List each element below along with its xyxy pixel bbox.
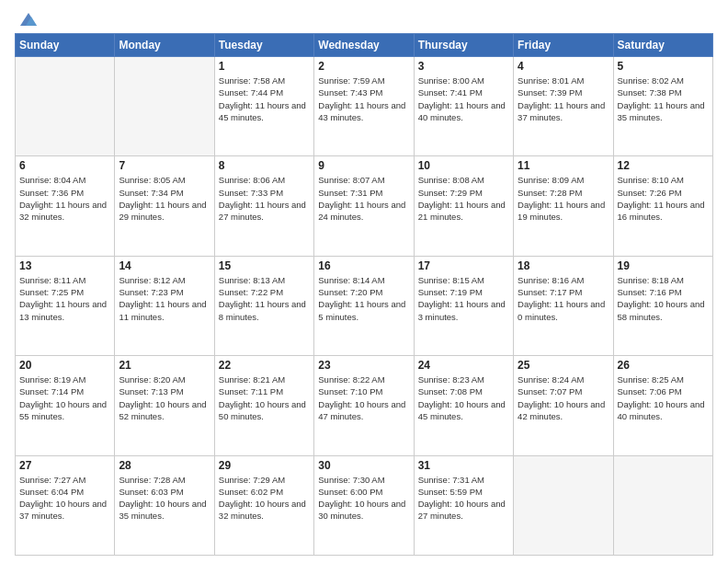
- day-number: 29: [219, 459, 310, 472]
- day-number: 1: [219, 60, 310, 73]
- day-number: 27: [19, 459, 110, 472]
- calendar-cell: 27Sunrise: 7:27 AMSunset: 6:04 PMDayligh…: [16, 455, 115, 555]
- logo-icon: [17, 9, 40, 29]
- day-number: 19: [618, 259, 709, 272]
- page: SundayMondayTuesdayWednesdayThursdayFrid…: [0, 0, 728, 563]
- calendar-cell: 19Sunrise: 8:18 AMSunset: 7:16 PMDayligh…: [613, 256, 712, 355]
- day-number: 28: [119, 459, 210, 472]
- calendar-cell: 6Sunrise: 8:04 AMSunset: 7:36 PMDaylight…: [16, 156, 115, 256]
- week-row: 1Sunrise: 7:58 AMSunset: 7:44 PMDaylight…: [16, 57, 713, 156]
- day-info: Sunrise: 8:13 AMSunset: 7:22 PMDaylight:…: [219, 274, 310, 323]
- day-info: Sunrise: 8:24 AMSunset: 7:07 PMDaylight:…: [518, 373, 609, 422]
- calendar-cell: 21Sunrise: 8:20 AMSunset: 7:13 PMDayligh…: [115, 356, 214, 455]
- day-info: Sunrise: 8:04 AMSunset: 7:36 PMDaylight:…: [19, 174, 110, 223]
- day-number: 10: [418, 159, 509, 172]
- day-info: Sunrise: 7:30 AMSunset: 6:00 PMDaylight:…: [318, 474, 409, 523]
- day-info: Sunrise: 7:29 AMSunset: 6:02 PMDaylight:…: [219, 474, 310, 523]
- day-number: 13: [19, 259, 110, 272]
- calendar-cell: 31Sunrise: 7:31 AMSunset: 5:59 PMDayligh…: [414, 455, 513, 555]
- day-info: Sunrise: 8:19 AMSunset: 7:14 PMDaylight:…: [19, 373, 110, 422]
- day-number: 5: [618, 60, 709, 73]
- day-number: 11: [518, 159, 609, 172]
- day-info: Sunrise: 8:20 AMSunset: 7:13 PMDaylight:…: [119, 373, 210, 422]
- day-number: 3: [418, 60, 509, 73]
- day-number: 14: [119, 259, 210, 272]
- day-info: Sunrise: 8:05 AMSunset: 7:34 PMDaylight:…: [119, 174, 210, 223]
- calendar-cell: 12Sunrise: 8:10 AMSunset: 7:26 PMDayligh…: [613, 156, 712, 256]
- calendar-cell: 16Sunrise: 8:14 AMSunset: 7:20 PMDayligh…: [314, 256, 414, 355]
- header: [15, 11, 713, 26]
- calendar-cell: 15Sunrise: 8:13 AMSunset: 7:22 PMDayligh…: [214, 256, 313, 355]
- calendar-cell: 23Sunrise: 8:22 AMSunset: 7:10 PMDayligh…: [314, 356, 414, 455]
- calendar-cell: 9Sunrise: 8:07 AMSunset: 7:31 PMDaylight…: [314, 156, 414, 256]
- calendar-cell: 14Sunrise: 8:12 AMSunset: 7:23 PMDayligh…: [115, 256, 214, 355]
- day-number: 9: [318, 159, 409, 172]
- calendar-cell: 1Sunrise: 7:58 AMSunset: 7:44 PMDaylight…: [214, 57, 313, 156]
- calendar-cell: 3Sunrise: 8:00 AMSunset: 7:41 PMDaylight…: [414, 57, 513, 156]
- day-number: 22: [219, 359, 310, 372]
- day-info: Sunrise: 7:31 AMSunset: 5:59 PMDaylight:…: [418, 474, 509, 523]
- day-info: Sunrise: 8:22 AMSunset: 7:10 PMDaylight:…: [318, 373, 409, 422]
- calendar-cell: 25Sunrise: 8:24 AMSunset: 7:07 PMDayligh…: [514, 356, 613, 455]
- calendar-cell: 8Sunrise: 8:06 AMSunset: 7:33 PMDaylight…: [214, 156, 313, 256]
- day-number: 26: [618, 359, 709, 372]
- day-info: Sunrise: 7:59 AMSunset: 7:43 PMDaylight:…: [318, 75, 409, 123]
- day-info: Sunrise: 8:09 AMSunset: 7:28 PMDaylight:…: [518, 174, 609, 223]
- day-header: Tuesday: [214, 34, 313, 57]
- day-info: Sunrise: 8:07 AMSunset: 7:31 PMDaylight:…: [318, 174, 409, 223]
- calendar-cell: 18Sunrise: 8:16 AMSunset: 7:17 PMDayligh…: [514, 256, 613, 355]
- day-number: 12: [618, 159, 709, 172]
- calendar-cell: 17Sunrise: 8:15 AMSunset: 7:19 PMDayligh…: [414, 256, 513, 355]
- calendar-table: SundayMondayTuesdayWednesdayThursdayFrid…: [15, 33, 713, 556]
- day-number: 16: [318, 259, 409, 272]
- day-info: Sunrise: 8:01 AMSunset: 7:39 PMDaylight:…: [518, 75, 609, 123]
- day-info: Sunrise: 7:28 AMSunset: 6:03 PMDaylight:…: [119, 474, 210, 523]
- week-row: 20Sunrise: 8:19 AMSunset: 7:14 PMDayligh…: [16, 356, 713, 455]
- logo: [15, 11, 40, 26]
- day-info: Sunrise: 8:16 AMSunset: 7:17 PMDaylight:…: [518, 274, 609, 323]
- calendar-cell: 28Sunrise: 7:28 AMSunset: 6:03 PMDayligh…: [115, 455, 214, 555]
- day-info: Sunrise: 8:23 AMSunset: 7:08 PMDaylight:…: [418, 373, 509, 422]
- calendar-cell: 20Sunrise: 8:19 AMSunset: 7:14 PMDayligh…: [16, 356, 115, 455]
- calendar-cell: 24Sunrise: 8:23 AMSunset: 7:08 PMDayligh…: [414, 356, 513, 455]
- day-number: 25: [518, 359, 609, 372]
- calendar-cell: [16, 57, 115, 156]
- calendar-cell: 29Sunrise: 7:29 AMSunset: 6:02 PMDayligh…: [214, 455, 313, 555]
- day-info: Sunrise: 8:08 AMSunset: 7:29 PMDaylight:…: [418, 174, 509, 223]
- day-info: Sunrise: 8:14 AMSunset: 7:20 PMDaylight:…: [318, 274, 409, 323]
- day-info: Sunrise: 8:00 AMSunset: 7:41 PMDaylight:…: [418, 75, 509, 123]
- week-row: 13Sunrise: 8:11 AMSunset: 7:25 PMDayligh…: [16, 256, 713, 355]
- day-info: Sunrise: 8:25 AMSunset: 7:06 PMDaylight:…: [618, 373, 709, 422]
- calendar-cell: 22Sunrise: 8:21 AMSunset: 7:11 PMDayligh…: [214, 356, 313, 455]
- day-number: 8: [219, 159, 310, 172]
- day-number: 23: [318, 359, 409, 372]
- day-info: Sunrise: 7:58 AMSunset: 7:44 PMDaylight:…: [219, 75, 310, 123]
- calendar-cell: 13Sunrise: 8:11 AMSunset: 7:25 PMDayligh…: [16, 256, 115, 355]
- day-number: 30: [318, 459, 409, 472]
- calendar-cell: [613, 455, 712, 555]
- day-number: 7: [119, 159, 210, 172]
- calendar-cell: [115, 57, 214, 156]
- day-number: 15: [219, 259, 310, 272]
- day-info: Sunrise: 8:11 AMSunset: 7:25 PMDaylight:…: [19, 274, 110, 323]
- day-info: Sunrise: 8:21 AMSunset: 7:11 PMDaylight:…: [219, 373, 310, 422]
- day-number: 24: [418, 359, 509, 372]
- day-info: Sunrise: 8:10 AMSunset: 7:26 PMDaylight:…: [618, 174, 709, 223]
- week-row: 6Sunrise: 8:04 AMSunset: 7:36 PMDaylight…: [16, 156, 713, 256]
- day-header: Saturday: [613, 34, 712, 57]
- day-info: Sunrise: 8:12 AMSunset: 7:23 PMDaylight:…: [119, 274, 210, 323]
- calendar-cell: 11Sunrise: 8:09 AMSunset: 7:28 PMDayligh…: [514, 156, 613, 256]
- day-header: Wednesday: [314, 34, 414, 57]
- calendar-cell: 2Sunrise: 7:59 AMSunset: 7:43 PMDaylight…: [314, 57, 414, 156]
- day-number: 31: [418, 459, 509, 472]
- day-header: Friday: [514, 34, 613, 57]
- day-info: Sunrise: 8:06 AMSunset: 7:33 PMDaylight:…: [219, 174, 310, 223]
- day-info: Sunrise: 8:18 AMSunset: 7:16 PMDaylight:…: [618, 274, 709, 323]
- day-header: Thursday: [414, 34, 513, 57]
- day-info: Sunrise: 7:27 AMSunset: 6:04 PMDaylight:…: [19, 474, 110, 523]
- calendar-header-row: SundayMondayTuesdayWednesdayThursdayFrid…: [16, 34, 713, 57]
- day-number: 4: [518, 60, 609, 73]
- calendar-cell: 7Sunrise: 8:05 AMSunset: 7:34 PMDaylight…: [115, 156, 214, 256]
- day-number: 6: [19, 159, 110, 172]
- calendar-cell: [514, 455, 613, 555]
